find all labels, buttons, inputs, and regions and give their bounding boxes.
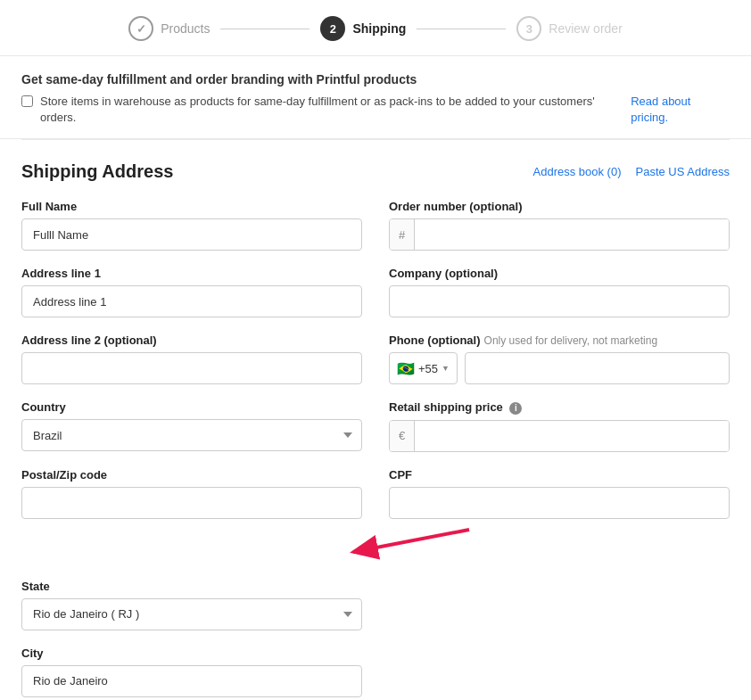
svg-line-1 <box>353 530 469 552</box>
country-select[interactable]: Brazil <box>21 419 362 451</box>
section-actions: Address book (0) Paste US Address <box>533 165 730 178</box>
step-label-shipping: Shipping <box>352 21 406 36</box>
step-products[interactable]: ✓ Products <box>128 16 210 41</box>
step-review[interactable]: 3 Review order <box>516 16 622 41</box>
retail-info-icon: i <box>509 402 522 415</box>
state-select[interactable]: Rio de Janeiro ( RJ ) <box>21 598 362 630</box>
phone-code: +55 <box>418 362 438 375</box>
cpf-input[interactable] <box>389 487 730 519</box>
full-name-input[interactable] <box>21 218 362 251</box>
phone-country-select[interactable]: 🇧🇷 +55 ▼ <box>389 352 458 384</box>
step-label-review: Review order <box>549 21 622 36</box>
phone-label: Phone (optional)Only used for delivery, … <box>389 334 730 347</box>
postal-code-input[interactable] <box>21 487 362 519</box>
step-circle-products: ✓ <box>128 16 153 41</box>
state-label: State <box>21 580 362 593</box>
order-number-input-wrap: # <box>389 218 730 251</box>
company-label: Company (optional) <box>389 267 730 280</box>
address-form: Full Name Order number (optional) # Addr… <box>21 200 730 700</box>
cpf-group: CPF <box>389 468 730 564</box>
city-input[interactable] <box>21 665 362 697</box>
address-line1-input[interactable] <box>21 285 362 317</box>
phone-row: 🇧🇷 +55 ▼ <box>389 352 730 384</box>
retail-price-label: Retail shipping price i <box>389 400 730 415</box>
retail-price-group: Retail shipping price i € <box>389 400 730 452</box>
red-arrow-svg <box>318 521 478 565</box>
step-shipping[interactable]: 2 Shipping <box>320 16 406 41</box>
section-header: Shipping Address Address book (0) Paste … <box>21 161 730 182</box>
step-label-products: Products <box>161 21 210 36</box>
phone-chevron-icon: ▼ <box>442 364 450 373</box>
retail-price-prefix: € <box>390 421 415 451</box>
arrow-annotation <box>389 519 730 564</box>
address-line2-group: Address line 2 (optional) <box>21 334 362 384</box>
city-group: City <box>21 646 362 697</box>
promo-banner: Get same-day fulfillment and order brand… <box>0 56 751 139</box>
full-name-group: Full Name <box>21 200 362 251</box>
phone-number-input[interactable] <box>465 352 730 384</box>
postal-code-label: Postal/Zip code <box>21 468 362 482</box>
country-label: Country <box>21 400 362 414</box>
promo-title: Get same-day fulfillment and order brand… <box>21 72 730 86</box>
order-number-group: Order number (optional) # <box>389 200 730 251</box>
phone-group: Phone (optional)Only used for delivery, … <box>389 334 730 384</box>
city-label: City <box>21 646 362 660</box>
address-line2-label: Address line 2 (optional) <box>21 334 362 347</box>
stepper: ✓ Products 2 Shipping 3 Review order <box>0 0 751 56</box>
postal-code-group: Postal/Zip code <box>21 468 362 564</box>
address-line1-label: Address line 1 <box>21 267 362 280</box>
paste-us-address-link[interactable]: Paste US Address <box>636 165 730 178</box>
retail-price-input[interactable] <box>415 421 729 451</box>
step-connector-2 <box>417 29 506 29</box>
promo-checkbox[interactable] <box>21 95 33 107</box>
address-line1-group: Address line 1 <box>21 267 362 317</box>
step-connector-1 <box>220 29 309 29</box>
step-circle-review: 3 <box>516 16 541 41</box>
brazil-flag-icon: 🇧🇷 <box>397 360 415 377</box>
state-group: State Rio de Janeiro ( RJ ) <box>21 580 362 630</box>
order-number-input[interactable] <box>415 219 729 250</box>
retail-price-input-wrap: € <box>389 420 730 452</box>
full-name-label: Full Name <box>21 200 362 213</box>
address-book-link[interactable]: Address book (0) <box>533 165 622 178</box>
cpf-label: CPF <box>389 468 730 482</box>
address-line2-input[interactable] <box>21 352 362 384</box>
section-title: Shipping Address <box>21 161 173 182</box>
order-number-label: Order number (optional) <box>389 200 730 213</box>
step-circle-shipping: 2 <box>320 16 345 41</box>
order-number-prefix: # <box>390 219 415 250</box>
promo-read-link[interactable]: Read about pricing. <box>631 94 730 126</box>
company-group: Company (optional) <box>389 267 730 317</box>
main-content: Shipping Address Address book (0) Paste … <box>0 140 751 700</box>
state-right-placeholder <box>389 580 730 630</box>
promo-checkbox-label: Store items in warehouse as products for… <box>40 94 623 126</box>
country-group: Country Brazil <box>21 400 362 452</box>
company-input[interactable] <box>389 285 730 317</box>
